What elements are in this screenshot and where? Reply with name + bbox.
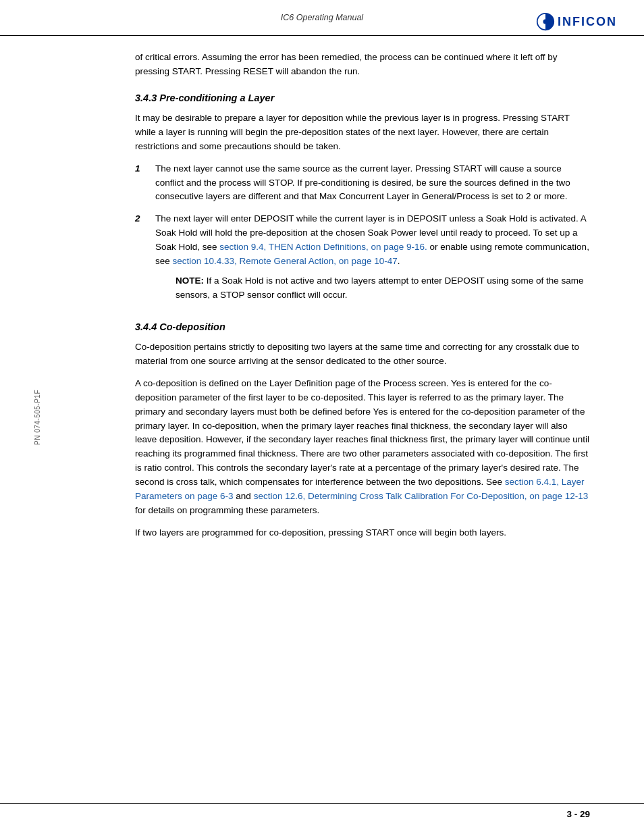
intro-paragraph: of critical errors. Assuming the error h… — [135, 51, 590, 79]
svg-point-1 — [543, 20, 548, 24]
page-number: 3 - 29 — [566, 809, 590, 819]
section-343: 3.4.3 Pre-conditioning a Layer It may be… — [135, 93, 590, 308]
inficon-logo-icon — [536, 12, 555, 31]
link-section-10433[interactable]: section 10.4.33, Remote General Action, … — [173, 256, 398, 266]
list-item-2: 2 The next layer will enter DEPOSIT whil… — [135, 212, 590, 308]
logo-text: INFICON — [558, 15, 617, 29]
section-343-para1: It may be desirable to prepare a layer f… — [135, 111, 590, 154]
section-344-para3: If two layers are programmed for co-depo… — [135, 526, 590, 540]
main-content: of critical errors. Assuming the error h… — [0, 36, 644, 563]
list-item-1-number: 1 — [135, 162, 155, 176]
numbered-list: 1 The next layer cannot use the same sou… — [135, 162, 590, 308]
logo-container: INFICON — [536, 12, 617, 31]
sidebar-label: PN 074-505-P1F — [34, 389, 41, 444]
page: IC6 Operating Manual INFICON PN 074-505-… — [0, 0, 644, 834]
section-344-para2: A co-deposition is defined on the Layer … — [135, 377, 590, 518]
page-footer: 3 - 29 — [0, 803, 644, 819]
header-center: IC6 Operating Manual — [281, 12, 363, 22]
section-344-heading: 3.4.4 Co-deposition — [135, 321, 590, 332]
list-item-1-text: The next layer cannot use the same sourc… — [155, 162, 590, 205]
note-label: NOTE: — [176, 276, 204, 286]
note-text: If a Soak Hold is not active and two lay… — [176, 276, 584, 300]
section-344-para1: Co-deposition pertains strictly to depos… — [135, 340, 590, 369]
logo: INFICON — [536, 12, 617, 31]
note-block: NOTE: If a Soak Hold is not active and t… — [176, 274, 590, 303]
list-item-2-number: 2 — [135, 212, 155, 226]
list-item-2-text: The next layer will enter DEPOSIT while … — [155, 212, 590, 308]
list-item-1: 1 The next layer cannot use the same sou… — [135, 162, 590, 205]
page-header: IC6 Operating Manual INFICON — [0, 0, 644, 36]
header-title: IC6 Operating Manual — [281, 13, 363, 22]
link-section-126[interactable]: section 12.6, Determining Cross Talk Cal… — [254, 491, 589, 501]
link-section-94[interactable]: section 9.4, THEN Action Definitions, on… — [219, 242, 427, 252]
section-343-heading: 3.4.3 Pre-conditioning a Layer — [135, 93, 590, 103]
section-344: 3.4.4 Co-deposition Co-deposition pertai… — [135, 321, 590, 540]
